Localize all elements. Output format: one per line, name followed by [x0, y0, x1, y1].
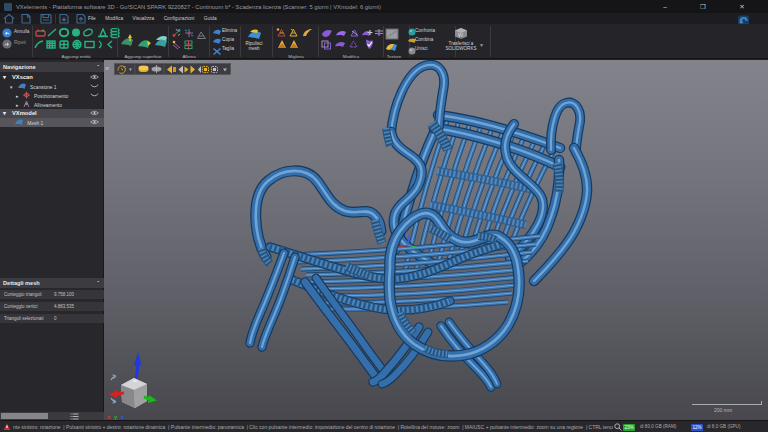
svg-text:W: W	[458, 32, 463, 38]
